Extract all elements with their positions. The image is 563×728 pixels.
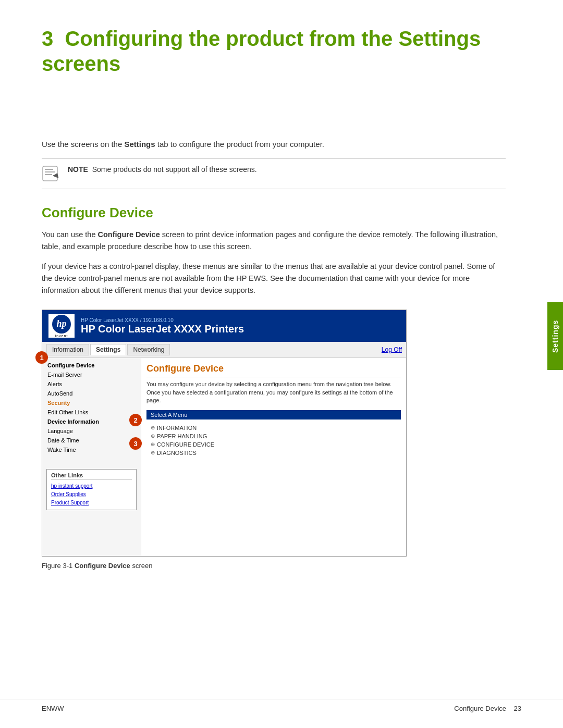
nav-tab-networking[interactable]: Networking bbox=[127, 344, 170, 355]
figure-caption: Figure 3-1 Configure Device screen bbox=[42, 562, 506, 570]
section-heading: Configure Device bbox=[42, 205, 506, 221]
intro-bold: Settings bbox=[124, 140, 155, 149]
note-text: NOTE Some products do not support all of… bbox=[68, 164, 257, 175]
menu-item-diagnostics[interactable]: ⊕ DIAGNOSTICS bbox=[151, 449, 397, 457]
expand-icon-2: ⊕ bbox=[151, 433, 155, 439]
footer-left: ENWW bbox=[42, 705, 64, 712]
ews-sidebar: Configure Device E-mail Server Alerts Au… bbox=[42, 358, 141, 556]
hp-header: hp invent HP Color LaserJet XXXX / 192.1… bbox=[42, 310, 406, 342]
hp-product-name: HP Color LaserJet XXXX Printers bbox=[81, 323, 400, 335]
figure-caption-suffix: screen bbox=[130, 562, 153, 570]
menu-label-diagnostics: DIAGNOSTICS bbox=[157, 450, 197, 456]
screenshot-wrapper: 1 2 3 hp invent HP Color LaserJet XXXX /… bbox=[42, 310, 506, 557]
intro-text-before: Use the screens on the bbox=[42, 140, 124, 149]
note-icon bbox=[42, 165, 60, 183]
figure-caption-prefix: Figure 3-1 bbox=[42, 562, 75, 570]
footer-right: Configure Device 23 bbox=[454, 705, 521, 712]
footer-page-number: 23 bbox=[514, 705, 521, 712]
hp-header-info: HP Color LaserJet XXXX / 192.168.0.10 HP… bbox=[81, 317, 400, 335]
sidebar-edit-other-links[interactable]: Edit Other Links bbox=[42, 408, 141, 417]
ews-screenshot: hp invent HP Color LaserJet XXXX / 192.1… bbox=[42, 310, 407, 557]
body-para-2: If your device has a control-panel displ… bbox=[42, 261, 506, 297]
expand-icon-3: ⊕ bbox=[151, 441, 155, 447]
hp-logo-text: invent bbox=[55, 334, 68, 338]
sidebar-email-server[interactable]: E-mail Server bbox=[42, 370, 141, 379]
sidebar-configure-device[interactable]: Configure Device bbox=[42, 361, 141, 370]
intro-text-after: tab to configure the product from your c… bbox=[155, 140, 324, 149]
menu-label-information: INFORMATION bbox=[157, 425, 197, 431]
menu-label-paper-handling: PAPER HANDLING bbox=[157, 433, 207, 439]
nav-tab-settings[interactable]: Settings bbox=[90, 344, 126, 355]
menu-item-paper-handling[interactable]: ⊕ PAPER HANDLING bbox=[151, 432, 397, 440]
ews-nav-tabs: Information Settings Networking Log Off bbox=[42, 342, 406, 358]
sidebar-device-information[interactable]: Device Information bbox=[42, 417, 141, 426]
body-para-1: You can use the Configure Device screen … bbox=[42, 229, 506, 253]
sidebar-security[interactable]: Security bbox=[42, 398, 141, 408]
other-link-order-supplies[interactable]: Order Supplies bbox=[51, 490, 132, 499]
chapter-title: Configuring the product from the Setting… bbox=[42, 27, 481, 75]
sidebar-date-time[interactable]: Date & Time bbox=[42, 436, 141, 445]
svg-rect-2 bbox=[45, 171, 55, 172]
nav-logoff[interactable]: Log Off bbox=[382, 346, 402, 353]
note-content: Some products do not support all of thes… bbox=[92, 165, 257, 174]
svg-rect-1 bbox=[45, 169, 53, 170]
menu-item-configure-device[interactable]: ⊕ CONFIGURE DEVICE bbox=[151, 440, 397, 449]
note-label: NOTE bbox=[68, 165, 88, 174]
ews-body: Configure Device E-mail Server Alerts Au… bbox=[42, 358, 406, 556]
hp-logo-box: hp invent bbox=[48, 314, 75, 338]
svg-rect-3 bbox=[45, 174, 52, 175]
chapter-heading: 3 Configuring the product from the Setti… bbox=[42, 26, 506, 76]
menu-item-information[interactable]: ⊕ INFORMATION bbox=[151, 424, 397, 432]
footer-right-prefix: Configure Device bbox=[454, 705, 506, 712]
menu-label-configure-device: CONFIGURE DEVICE bbox=[157, 441, 214, 448]
para1-bold: Configure Device bbox=[98, 230, 160, 239]
menu-tree: ⊕ INFORMATION ⊕ PAPER HANDLING ⊕ CONFIGU… bbox=[146, 422, 401, 459]
chapter-number: 3 bbox=[42, 27, 53, 50]
figure-caption-bold: Configure Device bbox=[75, 562, 130, 570]
sidebar-language[interactable]: Language bbox=[42, 426, 141, 436]
footer: ENWW Configure Device 23 bbox=[0, 699, 563, 712]
expand-icon-1: ⊕ bbox=[151, 425, 155, 430]
other-links-box: Other Links hp instant support Order Sup… bbox=[46, 469, 137, 510]
svg-rect-0 bbox=[43, 166, 57, 181]
sidebar-autosend[interactable]: AutoSend bbox=[42, 389, 141, 398]
ews-content-desc: You may configure your device by selecti… bbox=[146, 380, 401, 404]
expand-icon-4: ⊕ bbox=[151, 450, 155, 455]
ews-content: Configure Device You may configure your … bbox=[141, 358, 406, 556]
hp-url: HP Color LaserJet XXXX / 192.168.0.10 bbox=[81, 317, 400, 323]
other-link-hp-support[interactable]: hp instant support bbox=[51, 482, 132, 490]
other-links-title: Other Links bbox=[51, 472, 132, 480]
ews-content-title: Configure Device bbox=[146, 363, 401, 377]
hp-logo-letter: hp bbox=[56, 318, 66, 329]
sidebar-wake-time[interactable]: Wake Time bbox=[42, 445, 141, 454]
hp-logo-circle: hp bbox=[52, 315, 71, 334]
intro-paragraph: Use the screens on the Settings tab to c… bbox=[42, 139, 506, 151]
settings-tab[interactable]: Settings bbox=[547, 302, 563, 370]
note-box: NOTE Some products do not support all of… bbox=[42, 158, 506, 189]
other-link-product-support[interactable]: Product Support bbox=[51, 499, 132, 507]
nav-tab-information[interactable]: Information bbox=[46, 344, 89, 355]
sidebar-alerts[interactable]: Alerts bbox=[42, 379, 141, 389]
para1-before: You can use the bbox=[42, 230, 98, 239]
select-menu-bar: Select A Menu bbox=[146, 410, 401, 419]
